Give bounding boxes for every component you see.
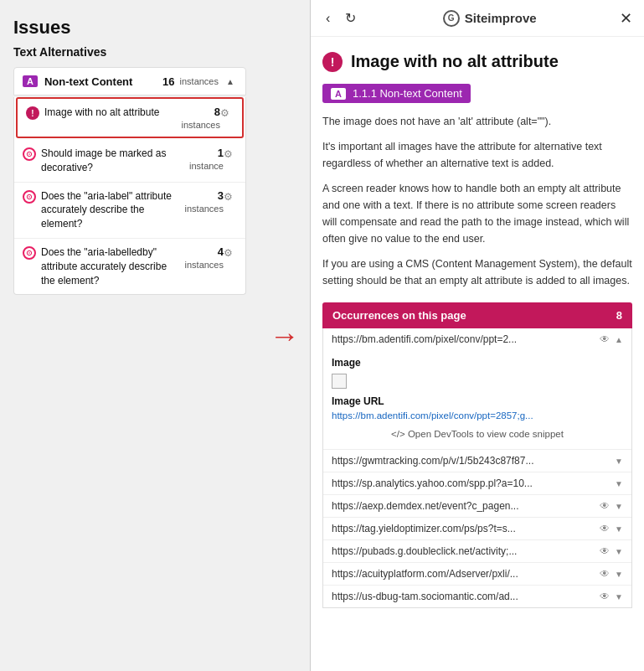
image-url-label: Image URL	[332, 395, 623, 407]
action-icon: ⚙	[224, 148, 237, 162]
page-title: Issues	[13, 17, 246, 39]
wcag-level: A	[331, 88, 346, 100]
action-icon: ⚙	[224, 191, 237, 204]
image-label: Image	[332, 357, 623, 369]
siteimprove-logo: G Siteimprove	[443, 10, 537, 27]
warning-icon: ⊙	[23, 190, 36, 204]
issue-text: Does the "aria-label" attribute accurate…	[41, 189, 178, 231]
instances-label: instances	[180, 76, 219, 86]
left-panel: Issues Text Alternatives A Non-text Cont…	[0, 0, 260, 671]
warning-icon: ⊙	[23, 246, 36, 260]
panel-header: ‹ ↻ G Siteimprove ✕	[311, 0, 644, 37]
description-4: If you are using a CMS (Content Manageme…	[322, 255, 632, 289]
issue-text: Image with no alt attribute	[44, 106, 159, 120]
chevron-down-icon[interactable]: ▼	[615, 592, 623, 601]
image-url-link[interactable]: https://bm.adentifi.com/pixel/conv/ppt=2…	[332, 410, 623, 421]
eye-icon[interactable]: 👁	[600, 568, 610, 580]
issue-count: 4	[218, 245, 224, 258]
chevron-down-icon[interactable]: ▼	[615, 457, 623, 466]
instances-label: instance	[189, 161, 224, 171]
list-item: https://pubads.g.doubleclick.net/activit…	[323, 540, 631, 563]
wcag-badge: A	[23, 75, 38, 87]
instances-label: instances	[185, 204, 224, 214]
list-item: https://acuityplatform.com/Adserver/pxli…	[323, 563, 631, 586]
chevron-down-icon[interactable]: ▼	[615, 479, 623, 488]
refresh-button[interactable]: ↻	[342, 8, 359, 28]
list-item: https://gwmtracking.com/p/v/1/5b243c87f8…	[323, 450, 631, 472]
arrow-container: →	[260, 0, 310, 671]
close-button[interactable]: ✕	[620, 9, 632, 28]
list-item[interactable]: ⊙ Does the "aria-labelledby" attribute a…	[14, 239, 245, 294]
eye-icon[interactable]: 👁	[600, 500, 610, 512]
group-count: 16	[162, 75, 174, 88]
list-item: https://tag.yieldoptimizer.com/ps/ps?t=s…	[323, 518, 631, 540]
occurrence-url: https://tag.yieldoptimizer.com/ps/ps?t=s…	[332, 523, 600, 534]
occurrence-url: https://acuityplatform.com/Adserver/pxli…	[332, 568, 600, 580]
section-title: Text Alternatives	[13, 45, 246, 59]
eye-icon[interactable]: 👁	[600, 545, 610, 557]
description-1: The image does not have an 'alt' attribu…	[322, 113, 632, 130]
warning-icon: ⊙	[23, 147, 36, 161]
chevron-down-icon[interactable]: ▼	[615, 570, 623, 579]
eye-icon[interactable]: 👁	[600, 523, 610, 534]
issue-count: 8	[214, 106, 220, 118]
error-circle-icon: !	[322, 52, 343, 72]
devtools-link[interactable]: </> Open DevTools to view code snippet	[332, 426, 623, 442]
right-panel: ‹ ↻ G Siteimprove ✕ ! Image with no alt …	[310, 0, 644, 671]
issue-text: Does the "aria-labelledby" attribute acc…	[41, 245, 178, 287]
list-item[interactable]: ! Image with no alt attribute 8 instance…	[16, 97, 244, 138]
logo-icon: G	[443, 10, 460, 27]
error-icon: !	[26, 106, 39, 120]
list-item: https://sp.analytics.yahoo.com/spp.pl?a=…	[323, 472, 631, 495]
occurrences-header: Occurrences on this page 8	[322, 302, 632, 328]
instances-label: instances	[185, 260, 224, 270]
logo-text: Siteimprove	[465, 11, 537, 25]
list-item[interactable]: ⊙ Does the "aria-label" attribute accura…	[14, 183, 245, 239]
list-item: https://bm.adentifi.com/pixel/conv/ppt=2…	[323, 328, 631, 450]
issue-heading: ! Image with no alt attribute	[322, 50, 632, 72]
description-3: A screen reader knows how to handle both…	[322, 180, 632, 247]
action-icon: ⚙	[220, 107, 234, 121]
description-2: It's important all images have the attri…	[322, 138, 632, 172]
issue-count: 3	[218, 189, 224, 202]
right-arrow-icon: →	[270, 318, 300, 354]
instances-label: instances	[182, 120, 220, 130]
issue-list: ! Image with no alt attribute 8 instance…	[13, 97, 246, 295]
occurrence-url: https://sp.analytics.yahoo.com/spp.pl?a=…	[332, 477, 615, 489]
issue-text: Should image be marked as decorative?	[41, 147, 183, 175]
eye-icon[interactable]: 👁	[600, 333, 610, 345]
list-item: https://us-dbug-tam.sociomantic.com/ad..…	[323, 586, 631, 607]
panel-body: ! Image with no alt attribute A 1.1.1 No…	[311, 37, 644, 671]
chevron-up-icon[interactable]: ▲	[224, 75, 237, 88]
occurrence-list: https://bm.adentifi.com/pixel/conv/ppt=2…	[322, 328, 632, 608]
occurrence-url: https://pubads.g.doubleclick.net/activit…	[332, 545, 600, 557]
chevron-down-icon[interactable]: ▼	[615, 502, 623, 511]
issue-title: Image with no alt attribute	[351, 50, 559, 72]
occurrence-url: https://gwmtracking.com/p/v/1/5b243c87f8…	[332, 455, 615, 467]
wcag-text: 1.1.1 Non-text Content	[353, 87, 462, 100]
occurrence-url: https://us-dbug-tam.sociomantic.com/ad..…	[332, 591, 600, 602]
group-name: Non-text Content	[44, 75, 132, 88]
eye-icon[interactable]: 👁	[600, 591, 610, 602]
occurrence-url: https://bm.adentifi.com/pixel/conv/ppt=2…	[332, 333, 600, 345]
group-header[interactable]: A Non-text Content 16 instances ▲	[13, 67, 246, 95]
chevron-down-icon[interactable]: ▼	[615, 524, 623, 534]
occurrences-count: 8	[616, 309, 622, 322]
occurrence-expanded: Image Image URL https://bm.adentifi.com/…	[323, 350, 631, 449]
chevron-up-icon[interactable]: ▲	[615, 335, 623, 344]
image-placeholder	[332, 374, 347, 389]
chevron-down-icon[interactable]: ▼	[615, 547, 623, 556]
wcag-badge: A 1.1.1 Non-text Content	[322, 84, 471, 103]
occurrence-url: https://aexp.demdex.net/event?c_pagen...	[332, 500, 600, 512]
action-icon: ⚙	[224, 247, 237, 261]
back-button[interactable]: ‹	[322, 9, 333, 28]
list-item: https://aexp.demdex.net/event?c_pagen...…	[323, 495, 631, 518]
issue-count: 1	[218, 147, 224, 159]
occurrences-title: Occurrences on this page	[332, 309, 466, 322]
list-item[interactable]: ⊙ Should image be marked as decorative? …	[14, 140, 245, 183]
